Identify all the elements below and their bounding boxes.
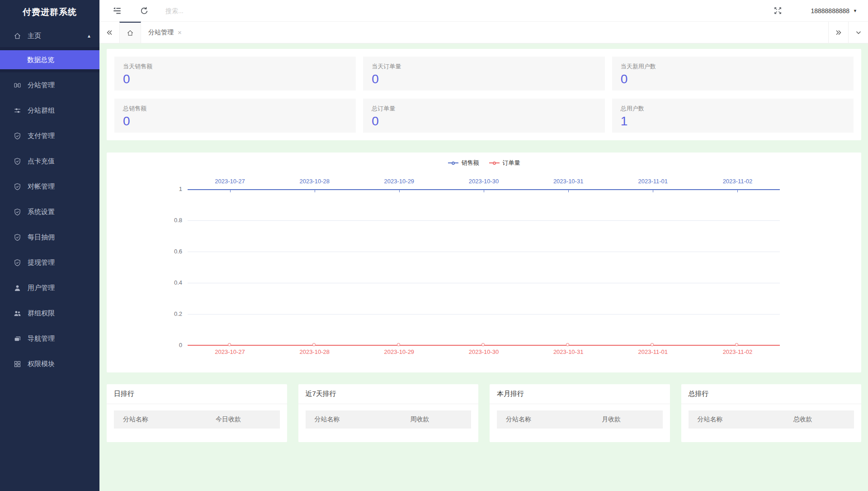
ranking-card-month: 本月排行 分站名称 月收款 [490,384,670,442]
fullscreen-icon[interactable] [772,5,783,17]
stat-value: 0 [372,114,596,129]
sidebar-item-payment-manage[interactable]: 支付管理 [0,123,99,148]
top-x-axis-tick [737,190,738,192]
ranking-header: 分站名称 总收款 [689,410,854,429]
home-icon [127,29,134,37]
sidebar-item-card-recharge[interactable]: 点卡充值 [0,148,99,174]
sidebar-item-label: 主页 [28,32,41,40]
ranking-card-total: 总排行 分站名称 总收款 [681,384,862,442]
sidebar-item-label: 点卡充值 [28,157,55,166]
legend-item[interactable]: 销售额 [448,159,479,167]
sidebar-item-reconciliation[interactable]: 对帐管理 [0,174,99,199]
tabs-scroll-right-icon[interactable] [828,22,848,43]
tabs-scroll-left-icon[interactable] [99,22,119,43]
close-icon[interactable]: × [178,29,182,36]
sidebar-item-label: 导航管理 [28,334,55,343]
ranking-title: 本月排行 [490,384,670,404]
ranking-col-site-name: 分站名称 [689,415,751,424]
home-icon [14,32,21,40]
tab-site-manage[interactable]: 分站管理 × [141,22,187,43]
sidebar-item-system-settings[interactable]: 系统设置 [0,199,99,224]
stat-label: 当天订单量 [372,62,596,71]
sidebar-menu-list: 分站管理 分站群组 支付管理 点卡充值 [0,72,99,377]
users-icon [14,310,21,317]
top-x-axis-tick [568,190,569,192]
ranking-card-week: 近7天排行 分站名称 周收款 [298,384,479,442]
sidebar-submenu: 数据总览 [0,47,99,72]
sidebar-item-withdrawal-manage[interactable]: 提现管理 [0,250,99,275]
top-x-axis-label: 2023-10-30 [457,178,511,185]
legend-label: 订单量 [503,159,520,167]
y-axis-label: 0.8 [107,217,182,224]
sidebar-item-daily-commission[interactable]: 每日抽佣 [0,224,99,250]
sidebar-item-label: 群组权限 [28,309,55,318]
stat-label: 当天销售额 [123,62,347,71]
stat-label: 总销售额 [123,105,347,113]
top-x-axis-tick [315,190,315,192]
sidebar-item-nav-manage[interactable]: 导航管理 [0,326,99,351]
search-input[interactable] [165,7,256,14]
chart-legend: 销售额订单量 [107,159,861,167]
refresh-icon[interactable] [138,5,150,17]
series-point-marker [312,343,316,346]
top-x-axis-label: 2023-10-29 [372,178,426,185]
topbar: 18888888888 ▼ [99,0,868,22]
ranking-title: 近7天排行 [298,384,479,404]
sales-orders-chart: 销售额订单量 00.20.40.60.812023-10-272023-10-2… [107,153,861,372]
stat-value: 0 [372,72,596,86]
top-x-axis-tick [399,190,400,192]
sidebar-item-user-manage[interactable]: 用户管理 [0,275,99,300]
y-gridline [188,220,780,221]
bottom-x-axis-label: 2023-11-01 [626,348,680,355]
ranking-col-amount: 月收款 [560,415,662,424]
shield-check-icon [14,157,21,165]
sidebar-item-label: 对帐管理 [28,182,55,191]
sidebar-item-label: 提现管理 [28,258,55,267]
rankings-row: 日排行 分站名称 今日收款 近7天排行 分站名称 周收款 本月排行 [107,384,861,442]
y-axis-label: 0.6 [107,248,182,255]
sidebar-item-label: 系统设置 [28,208,55,216]
shield-check-icon [14,208,21,216]
stat-card-total-users: 总用户数 1 [612,99,854,133]
content-area: 当天销售额 0 当天订单量 0 当天新用户数 0 总销售额 0 总订单量 0 [99,43,868,491]
sidebar-item-home[interactable]: 主页 ▲ [0,24,99,47]
ranking-col-amount: 周收款 [368,415,471,424]
top-x-axis-label: 2023-10-27 [203,178,257,185]
tabbar-spacer [187,22,828,43]
shield-check-icon [14,234,21,241]
sidebar-item-site-groups[interactable]: 分站群组 [0,98,99,123]
app-title: 付费进群系统 [0,0,99,24]
legend-item[interactable]: 订单量 [489,159,520,167]
bottom-x-axis-label: 2023-10-27 [203,348,257,355]
y-axis-label: 0.2 [107,310,182,317]
sidebar-item-site-manage[interactable]: 分站管理 [0,72,99,98]
ranking-header: 分站名称 今日收款 [114,410,280,429]
tab-home[interactable] [119,22,141,43]
chevron-up-icon: ▲ [87,33,91,38]
user-menu[interactable]: 18888888888 ▼ [811,7,857,14]
top-x-axis-tick [230,190,231,192]
top-x-axis-label: 2023-11-02 [710,178,764,185]
bottom-x-axis-label: 2023-10-29 [372,348,426,355]
sidebar-item-data-overview[interactable]: 数据总览 [0,50,99,69]
stat-card-today-orders: 当天订单量 0 [363,57,604,91]
stat-label: 总订单量 [372,105,596,113]
y-gridline [188,283,780,283]
modules-icon [14,360,21,368]
sidebar-item-label: 权限模块 [28,360,55,368]
legend-line-circle-icon [448,162,458,165]
main-area: 18888888888 ▼ 分站管理 × [99,0,868,491]
collapse-sidebar-icon[interactable] [111,5,123,17]
ranking-card-daily: 日排行 分站名称 今日收款 [107,384,287,442]
stats-panel: 当天销售额 0 当天订单量 0 当天新用户数 0 总销售额 0 总订单量 0 [107,49,861,140]
sidebar-item-label: 每日抽佣 [28,233,55,242]
tabs-menu-icon[interactable] [848,22,868,43]
sliders-icon [14,107,21,114]
user-icon [14,284,21,292]
stat-label: 当天新用户数 [621,62,845,71]
sidebar-item-label: 分站管理 [28,81,55,90]
sidebar-item-group-permissions[interactable]: 群组权限 [0,300,99,326]
sidebar-item-label: 支付管理 [28,132,55,140]
sidebar-item-permission-module[interactable]: 权限模块 [0,351,99,377]
ranking-col-site-name: 分站名称 [114,415,177,424]
